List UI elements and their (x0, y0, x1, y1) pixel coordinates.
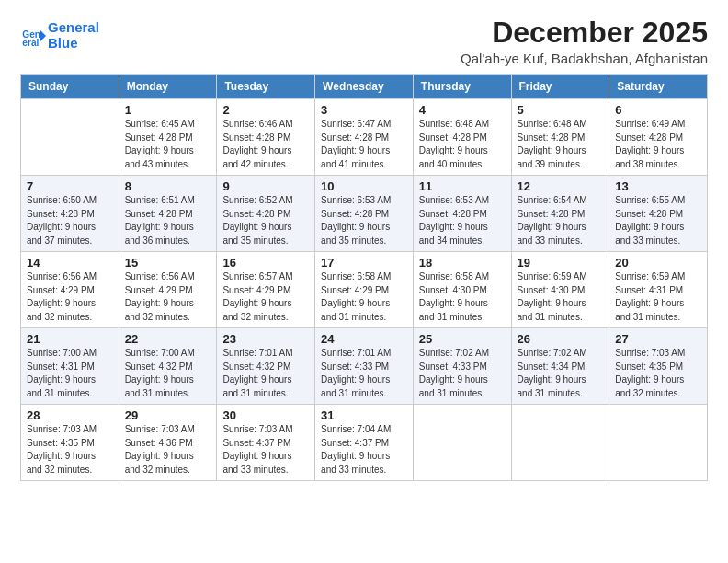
day-info: Sunrise: 6:59 AMSunset: 4:30 PMDaylight:… (518, 270, 604, 324)
col-thursday: Thursday (413, 75, 511, 99)
day-info: Sunrise: 7:03 AMSunset: 4:35 PMDaylight:… (27, 423, 113, 477)
day-info: Sunrise: 7:03 AMSunset: 4:37 PMDaylight:… (222, 423, 309, 477)
day-number: 26 (518, 332, 604, 346)
day-number: 31 (321, 408, 407, 422)
calendar-cell: 15Sunrise: 6:56 AMSunset: 4:29 PMDayligh… (119, 252, 217, 328)
day-number: 24 (321, 332, 407, 346)
calendar-cell (609, 405, 708, 481)
day-number: 8 (125, 179, 211, 193)
day-info: Sunrise: 7:02 AMSunset: 4:33 PMDaylight:… (419, 347, 506, 400)
calendar-cell: 1Sunrise: 6:45 AMSunset: 4:28 PMDaylight… (119, 99, 217, 176)
calendar-cell: 30Sunrise: 7:03 AMSunset: 4:37 PMDayligh… (217, 405, 315, 481)
calendar-cell: 21Sunrise: 7:00 AMSunset: 4:31 PMDayligh… (21, 328, 119, 405)
day-number: 2 (222, 103, 309, 117)
calendar-cell: 9Sunrise: 6:52 AMSunset: 4:28 PMDaylight… (217, 176, 315, 252)
day-number: 3 (321, 103, 407, 117)
calendar-cell: 23Sunrise: 7:01 AMSunset: 4:32 PMDayligh… (217, 328, 315, 405)
day-info: Sunrise: 7:03 AMSunset: 4:36 PMDaylight:… (125, 423, 211, 477)
day-number: 20 (615, 256, 701, 270)
calendar-table: Sunday Monday Tuesday Wednesday Thursday… (20, 74, 708, 481)
day-number: 13 (615, 179, 701, 193)
header: Gen eral General Blue December 2025 Qal'… (20, 17, 708, 66)
calendar-cell (511, 405, 609, 481)
day-info: Sunrise: 7:00 AMSunset: 4:32 PMDaylight:… (125, 347, 211, 400)
day-number: 21 (27, 332, 113, 346)
calendar-cell: 26Sunrise: 7:02 AMSunset: 4:34 PMDayligh… (511, 328, 609, 405)
day-number: 15 (125, 256, 211, 270)
calendar-cell: 6Sunrise: 6:49 AMSunset: 4:28 PMDaylight… (609, 99, 708, 176)
day-info: Sunrise: 7:01 AMSunset: 4:32 PMDaylight:… (222, 347, 309, 400)
day-info: Sunrise: 6:56 AMSunset: 4:29 PMDaylight:… (27, 270, 113, 324)
day-info: Sunrise: 6:45 AMSunset: 4:28 PMDaylight:… (125, 118, 211, 171)
day-info: Sunrise: 7:01 AMSunset: 4:33 PMDaylight:… (321, 347, 407, 400)
logo-blue: Blue (48, 35, 78, 51)
subtitle: Qal'ah-ye Kuf, Badakhshan, Afghanistan (461, 51, 708, 66)
calendar-header-row: Sunday Monday Tuesday Wednesday Thursday… (21, 75, 708, 99)
day-info: Sunrise: 6:58 AMSunset: 4:30 PMDaylight:… (419, 270, 506, 324)
col-saturday: Saturday (609, 75, 708, 99)
day-number: 18 (419, 256, 506, 270)
day-info: Sunrise: 6:52 AMSunset: 4:28 PMDaylight:… (222, 194, 309, 247)
main-title: December 2025 (461, 17, 708, 49)
day-number: 1 (125, 103, 211, 117)
day-info: Sunrise: 7:04 AMSunset: 4:37 PMDaylight:… (321, 423, 407, 477)
calendar-cell: 7Sunrise: 6:50 AMSunset: 4:28 PMDaylight… (21, 176, 119, 252)
calendar-cell: 4Sunrise: 6:48 AMSunset: 4:28 PMDaylight… (413, 99, 511, 176)
day-number: 30 (222, 408, 309, 422)
calendar-cell: 24Sunrise: 7:01 AMSunset: 4:33 PMDayligh… (315, 328, 414, 405)
col-wednesday: Wednesday (315, 75, 414, 99)
day-info: Sunrise: 6:53 AMSunset: 4:28 PMDaylight:… (321, 194, 407, 247)
calendar-cell: 17Sunrise: 6:58 AMSunset: 4:29 PMDayligh… (315, 252, 414, 328)
day-number: 28 (27, 408, 113, 422)
calendar-cell (413, 405, 511, 481)
day-info: Sunrise: 7:00 AMSunset: 4:31 PMDaylight:… (27, 347, 113, 400)
day-info: Sunrise: 6:51 AMSunset: 4:28 PMDaylight:… (125, 194, 211, 247)
calendar-cell: 5Sunrise: 6:48 AMSunset: 4:28 PMDaylight… (511, 99, 609, 176)
day-number: 14 (27, 256, 113, 270)
day-info: Sunrise: 6:59 AMSunset: 4:31 PMDaylight:… (615, 270, 701, 324)
day-info: Sunrise: 6:53 AMSunset: 4:28 PMDaylight:… (419, 194, 506, 247)
calendar-cell: 2Sunrise: 6:46 AMSunset: 4:28 PMDaylight… (217, 99, 315, 176)
calendar-cell: 25Sunrise: 7:02 AMSunset: 4:33 PMDayligh… (413, 328, 511, 405)
day-number: 7 (27, 179, 113, 193)
calendar-week-row: 28Sunrise: 7:03 AMSunset: 4:35 PMDayligh… (21, 405, 708, 481)
day-info: Sunrise: 7:03 AMSunset: 4:35 PMDaylight:… (615, 347, 701, 400)
day-number: 4 (419, 103, 506, 117)
day-info: Sunrise: 6:54 AMSunset: 4:28 PMDaylight:… (518, 194, 604, 247)
logo-icon: Gen eral (20, 23, 46, 49)
calendar-cell: 14Sunrise: 6:56 AMSunset: 4:29 PMDayligh… (21, 252, 119, 328)
calendar-cell: 11Sunrise: 6:53 AMSunset: 4:28 PMDayligh… (413, 176, 511, 252)
day-number: 29 (125, 408, 211, 422)
calendar-cell: 18Sunrise: 6:58 AMSunset: 4:30 PMDayligh… (413, 252, 511, 328)
day-info: Sunrise: 6:56 AMSunset: 4:29 PMDaylight:… (125, 270, 211, 324)
day-number: 6 (615, 103, 701, 117)
day-info: Sunrise: 6:48 AMSunset: 4:28 PMDaylight:… (518, 118, 604, 171)
day-number: 25 (419, 332, 506, 346)
logo: Gen eral General Blue (20, 20, 99, 51)
calendar-week-row: 7Sunrise: 6:50 AMSunset: 4:28 PMDaylight… (21, 176, 708, 252)
day-info: Sunrise: 6:48 AMSunset: 4:28 PMDaylight:… (419, 118, 506, 171)
title-block: December 2025 Qal'ah-ye Kuf, Badakhshan,… (461, 17, 708, 66)
calendar-cell (21, 99, 119, 176)
day-number: 16 (222, 256, 309, 270)
day-info: Sunrise: 6:50 AMSunset: 4:28 PMDaylight:… (27, 194, 113, 247)
logo-text: General Blue (48, 20, 99, 51)
calendar-cell: 10Sunrise: 6:53 AMSunset: 4:28 PMDayligh… (315, 176, 414, 252)
logo-general: General (48, 19, 99, 35)
day-number: 9 (222, 179, 309, 193)
day-info: Sunrise: 7:02 AMSunset: 4:34 PMDaylight:… (518, 347, 604, 400)
day-number: 10 (321, 179, 407, 193)
day-info: Sunrise: 6:49 AMSunset: 4:28 PMDaylight:… (615, 118, 701, 171)
day-number: 12 (518, 179, 604, 193)
day-number: 17 (321, 256, 407, 270)
calendar-week-row: 21Sunrise: 7:00 AMSunset: 4:31 PMDayligh… (21, 328, 708, 405)
calendar-cell: 8Sunrise: 6:51 AMSunset: 4:28 PMDaylight… (119, 176, 217, 252)
calendar-cell: 28Sunrise: 7:03 AMSunset: 4:35 PMDayligh… (21, 405, 119, 481)
page: Gen eral General Blue December 2025 Qal'… (0, 0, 728, 563)
calendar-cell: 16Sunrise: 6:57 AMSunset: 4:29 PMDayligh… (217, 252, 315, 328)
day-number: 5 (518, 103, 604, 117)
calendar-cell: 29Sunrise: 7:03 AMSunset: 4:36 PMDayligh… (119, 405, 217, 481)
calendar-cell: 12Sunrise: 6:54 AMSunset: 4:28 PMDayligh… (511, 176, 609, 252)
day-info: Sunrise: 6:55 AMSunset: 4:28 PMDaylight:… (615, 194, 701, 247)
col-monday: Monday (119, 75, 217, 99)
